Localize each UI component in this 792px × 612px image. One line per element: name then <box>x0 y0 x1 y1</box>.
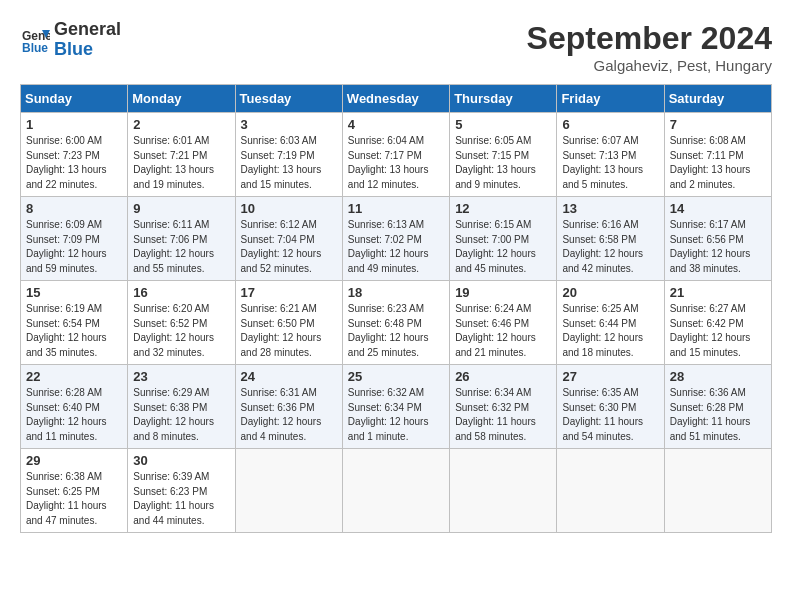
day-number: 2 <box>133 117 229 132</box>
calendar-cell: 16Sunrise: 6:20 AM Sunset: 6:52 PM Dayli… <box>128 281 235 365</box>
day-number: 1 <box>26 117 122 132</box>
day-header-tuesday: Tuesday <box>235 85 342 113</box>
week-row-2: 8Sunrise: 6:09 AM Sunset: 7:09 PM Daylig… <box>21 197 772 281</box>
cell-info: Sunrise: 6:07 AM Sunset: 7:13 PM Dayligh… <box>562 134 658 192</box>
calendar-table: SundayMondayTuesdayWednesdayThursdayFrid… <box>20 84 772 533</box>
calendar-cell <box>557 449 664 533</box>
cell-info: Sunrise: 6:24 AM Sunset: 6:46 PM Dayligh… <box>455 302 551 360</box>
calendar-cell: 18Sunrise: 6:23 AM Sunset: 6:48 PM Dayli… <box>342 281 449 365</box>
cell-info: Sunrise: 6:38 AM Sunset: 6:25 PM Dayligh… <box>26 470 122 528</box>
cell-info: Sunrise: 6:19 AM Sunset: 6:54 PM Dayligh… <box>26 302 122 360</box>
cell-info: Sunrise: 6:03 AM Sunset: 7:19 PM Dayligh… <box>241 134 337 192</box>
cell-info: Sunrise: 6:04 AM Sunset: 7:17 PM Dayligh… <box>348 134 444 192</box>
calendar-cell <box>450 449 557 533</box>
day-number: 15 <box>26 285 122 300</box>
calendar-cell: 27Sunrise: 6:35 AM Sunset: 6:30 PM Dayli… <box>557 365 664 449</box>
day-number: 8 <box>26 201 122 216</box>
cell-info: Sunrise: 6:09 AM Sunset: 7:09 PM Dayligh… <box>26 218 122 276</box>
cell-info: Sunrise: 6:13 AM Sunset: 7:02 PM Dayligh… <box>348 218 444 276</box>
day-number: 14 <box>670 201 766 216</box>
calendar-body: 1Sunrise: 6:00 AM Sunset: 7:23 PM Daylig… <box>21 113 772 533</box>
calendar-cell: 6Sunrise: 6:07 AM Sunset: 7:13 PM Daylig… <box>557 113 664 197</box>
cell-info: Sunrise: 6:05 AM Sunset: 7:15 PM Dayligh… <box>455 134 551 192</box>
day-header-sunday: Sunday <box>21 85 128 113</box>
day-header-thursday: Thursday <box>450 85 557 113</box>
day-number: 13 <box>562 201 658 216</box>
cell-info: Sunrise: 6:20 AM Sunset: 6:52 PM Dayligh… <box>133 302 229 360</box>
svg-text:Blue: Blue <box>22 41 48 54</box>
logo-icon: General Blue <box>20 26 50 54</box>
cell-info: Sunrise: 6:08 AM Sunset: 7:11 PM Dayligh… <box>670 134 766 192</box>
month-title: September 2024 <box>527 20 772 57</box>
day-header-saturday: Saturday <box>664 85 771 113</box>
calendar-cell: 12Sunrise: 6:15 AM Sunset: 7:00 PM Dayli… <box>450 197 557 281</box>
cell-info: Sunrise: 6:15 AM Sunset: 7:00 PM Dayligh… <box>455 218 551 276</box>
cell-info: Sunrise: 6:27 AM Sunset: 6:42 PM Dayligh… <box>670 302 766 360</box>
day-number: 28 <box>670 369 766 384</box>
calendar-cell: 7Sunrise: 6:08 AM Sunset: 7:11 PM Daylig… <box>664 113 771 197</box>
day-number: 9 <box>133 201 229 216</box>
location-title: Galgaheviz, Pest, Hungary <box>527 57 772 74</box>
cell-info: Sunrise: 6:35 AM Sunset: 6:30 PM Dayligh… <box>562 386 658 444</box>
calendar-cell: 30Sunrise: 6:39 AM Sunset: 6:23 PM Dayli… <box>128 449 235 533</box>
day-number: 18 <box>348 285 444 300</box>
title-area: September 2024 Galgaheviz, Pest, Hungary <box>527 20 772 74</box>
calendar-cell: 8Sunrise: 6:09 AM Sunset: 7:09 PM Daylig… <box>21 197 128 281</box>
day-number: 3 <box>241 117 337 132</box>
calendar-cell: 9Sunrise: 6:11 AM Sunset: 7:06 PM Daylig… <box>128 197 235 281</box>
day-header-monday: Monday <box>128 85 235 113</box>
logo-text: General Blue <box>54 20 121 60</box>
day-number: 29 <box>26 453 122 468</box>
calendar-cell: 26Sunrise: 6:34 AM Sunset: 6:32 PM Dayli… <box>450 365 557 449</box>
calendar-cell: 23Sunrise: 6:29 AM Sunset: 6:38 PM Dayli… <box>128 365 235 449</box>
calendar-cell: 11Sunrise: 6:13 AM Sunset: 7:02 PM Dayli… <box>342 197 449 281</box>
day-number: 11 <box>348 201 444 216</box>
calendar-cell: 10Sunrise: 6:12 AM Sunset: 7:04 PM Dayli… <box>235 197 342 281</box>
calendar-cell: 28Sunrise: 6:36 AM Sunset: 6:28 PM Dayli… <box>664 365 771 449</box>
cell-info: Sunrise: 6:36 AM Sunset: 6:28 PM Dayligh… <box>670 386 766 444</box>
calendar-cell: 13Sunrise: 6:16 AM Sunset: 6:58 PM Dayli… <box>557 197 664 281</box>
day-number: 27 <box>562 369 658 384</box>
day-number: 24 <box>241 369 337 384</box>
day-number: 12 <box>455 201 551 216</box>
cell-info: Sunrise: 6:32 AM Sunset: 6:34 PM Dayligh… <box>348 386 444 444</box>
cell-info: Sunrise: 6:16 AM Sunset: 6:58 PM Dayligh… <box>562 218 658 276</box>
cell-info: Sunrise: 6:31 AM Sunset: 6:36 PM Dayligh… <box>241 386 337 444</box>
day-number: 23 <box>133 369 229 384</box>
calendar-cell: 5Sunrise: 6:05 AM Sunset: 7:15 PM Daylig… <box>450 113 557 197</box>
day-number: 17 <box>241 285 337 300</box>
calendar-cell: 1Sunrise: 6:00 AM Sunset: 7:23 PM Daylig… <box>21 113 128 197</box>
logo: General Blue General Blue <box>20 20 121 60</box>
day-number: 6 <box>562 117 658 132</box>
calendar-cell: 20Sunrise: 6:25 AM Sunset: 6:44 PM Dayli… <box>557 281 664 365</box>
week-row-3: 15Sunrise: 6:19 AM Sunset: 6:54 PM Dayli… <box>21 281 772 365</box>
cell-info: Sunrise: 6:28 AM Sunset: 6:40 PM Dayligh… <box>26 386 122 444</box>
calendar-cell <box>342 449 449 533</box>
day-number: 7 <box>670 117 766 132</box>
cell-info: Sunrise: 6:12 AM Sunset: 7:04 PM Dayligh… <box>241 218 337 276</box>
cell-info: Sunrise: 6:39 AM Sunset: 6:23 PM Dayligh… <box>133 470 229 528</box>
day-number: 4 <box>348 117 444 132</box>
cell-info: Sunrise: 6:34 AM Sunset: 6:32 PM Dayligh… <box>455 386 551 444</box>
day-number: 5 <box>455 117 551 132</box>
cell-info: Sunrise: 6:00 AM Sunset: 7:23 PM Dayligh… <box>26 134 122 192</box>
calendar-cell: 15Sunrise: 6:19 AM Sunset: 6:54 PM Dayli… <box>21 281 128 365</box>
calendar-cell: 25Sunrise: 6:32 AM Sunset: 6:34 PM Dayli… <box>342 365 449 449</box>
day-number: 26 <box>455 369 551 384</box>
day-number: 25 <box>348 369 444 384</box>
calendar-cell: 22Sunrise: 6:28 AM Sunset: 6:40 PM Dayli… <box>21 365 128 449</box>
cell-info: Sunrise: 6:11 AM Sunset: 7:06 PM Dayligh… <box>133 218 229 276</box>
cell-info: Sunrise: 6:01 AM Sunset: 7:21 PM Dayligh… <box>133 134 229 192</box>
cell-info: Sunrise: 6:25 AM Sunset: 6:44 PM Dayligh… <box>562 302 658 360</box>
calendar-cell: 29Sunrise: 6:38 AM Sunset: 6:25 PM Dayli… <box>21 449 128 533</box>
header: General Blue General Blue September 2024… <box>20 20 772 74</box>
calendar-cell: 21Sunrise: 6:27 AM Sunset: 6:42 PM Dayli… <box>664 281 771 365</box>
day-number: 22 <box>26 369 122 384</box>
cell-info: Sunrise: 6:17 AM Sunset: 6:56 PM Dayligh… <box>670 218 766 276</box>
day-number: 30 <box>133 453 229 468</box>
calendar-cell: 3Sunrise: 6:03 AM Sunset: 7:19 PM Daylig… <box>235 113 342 197</box>
calendar-cell <box>235 449 342 533</box>
day-number: 16 <box>133 285 229 300</box>
day-number: 19 <box>455 285 551 300</box>
calendar-cell: 4Sunrise: 6:04 AM Sunset: 7:17 PM Daylig… <box>342 113 449 197</box>
